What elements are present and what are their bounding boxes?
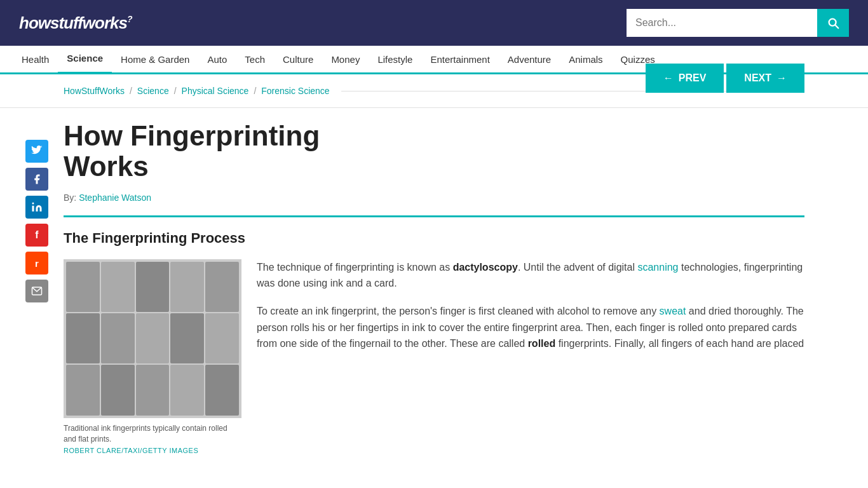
- nav-item-lifestyle[interactable]: Lifestyle: [369, 45, 421, 74]
- author-line: By: Stephanie Watson: [64, 193, 804, 203]
- link-scanning[interactable]: scanning: [637, 262, 678, 273]
- twitter-share-button[interactable]: [25, 140, 48, 163]
- article-image: [64, 259, 241, 418]
- breadcrumb-sep-3: /: [254, 86, 256, 96]
- nav-item-animals[interactable]: Animals: [560, 45, 611, 74]
- top-header: howstuffworks?: [0, 0, 868, 46]
- link-sweat[interactable]: sweat: [660, 306, 686, 316]
- breadcrumb-forensic-science[interactable]: Forensic Science: [261, 86, 329, 96]
- nav-item-entertainment[interactable]: Entertainment: [421, 45, 498, 74]
- author-link[interactable]: Stephanie Watson: [79, 193, 151, 203]
- breadcrumb-home[interactable]: HowStuffWorks: [64, 86, 125, 96]
- fp-cell: [170, 365, 204, 415]
- fp-cell: [170, 262, 204, 312]
- search-icon: [826, 16, 840, 30]
- bold-dactyloscopy: dactyloscopy: [453, 262, 518, 273]
- fp-cell: [66, 313, 100, 363]
- fp-cell: [170, 313, 204, 363]
- site-logo[interactable]: howstuffworks?: [19, 13, 132, 33]
- prev-next-row: ← PREV NEXT →: [646, 64, 804, 93]
- facebook-share-button[interactable]: [25, 168, 48, 191]
- nav-item-science[interactable]: Science: [58, 45, 112, 74]
- article-header: ← PREV NEXT → How Fingerprinting Works: [64, 121, 804, 182]
- fp-cell: [136, 262, 170, 312]
- fp-cell: [66, 262, 100, 312]
- fp-cell: [205, 262, 239, 312]
- article-main: ← PREV NEXT → How Fingerprinting Works B…: [64, 108, 804, 454]
- svg-point-0: [32, 203, 34, 205]
- breadcrumb-science[interactable]: Science: [137, 86, 169, 96]
- paragraph-2: To create an ink fingerprint, the person…: [257, 303, 804, 352]
- nav-item-adventure[interactable]: Adventure: [499, 45, 560, 74]
- fp-cell: [101, 365, 135, 415]
- content-wrapper: f r ← PREV NEXT → How Fingerprinting Wor…: [0, 108, 868, 454]
- next-arrow-icon: →: [776, 72, 787, 84]
- fp-cell: [136, 365, 170, 415]
- section-title: The Fingerprinting Process: [64, 230, 804, 247]
- author-prefix: By:: [64, 193, 76, 203]
- twitter-icon: [31, 146, 43, 157]
- paragraph-1: The technique of fingerprinting is known…: [257, 259, 804, 292]
- email-share-button[interactable]: [25, 280, 48, 302]
- fp-cell: [136, 313, 170, 363]
- section-divider: [64, 215, 804, 217]
- fingerprint-grid: [64, 259, 241, 418]
- article-title: How Fingerprinting Works: [64, 121, 381, 182]
- facebook-icon: [31, 173, 43, 185]
- email-icon: [31, 285, 43, 297]
- article-image-block: Traditional ink fingerprints typically c…: [64, 259, 241, 455]
- fp-cell: [101, 262, 135, 312]
- fp-cell: [205, 365, 239, 415]
- nav-item-auto[interactable]: Auto: [198, 45, 236, 74]
- image-caption: Traditional ink fingerprints typically c…: [64, 423, 241, 445]
- breadcrumb-physical-science[interactable]: Physical Science: [182, 86, 249, 96]
- article-text: The technique of fingerprinting is known…: [257, 259, 804, 455]
- nav-item-culture[interactable]: Culture: [274, 45, 322, 74]
- fp-cell: [101, 313, 135, 363]
- flipboard-share-button[interactable]: f: [25, 224, 48, 247]
- nav-item-tech[interactable]: Tech: [236, 45, 274, 74]
- breadcrumb-sep-2: /: [174, 86, 177, 96]
- prev-arrow-icon: ←: [663, 72, 674, 84]
- fp-cell: [66, 365, 100, 415]
- next-label: NEXT: [744, 72, 771, 84]
- social-sidebar: f r: [25, 140, 48, 302]
- next-button[interactable]: NEXT →: [726, 64, 804, 93]
- nav-item-health[interactable]: Health: [13, 45, 58, 74]
- linkedin-share-button[interactable]: [25, 196, 48, 219]
- prev-label: PREV: [679, 72, 707, 84]
- search-area: [627, 9, 849, 37]
- linkedin-icon: [31, 201, 43, 213]
- breadcrumb-sep-1: /: [130, 86, 132, 96]
- prev-button[interactable]: ← PREV: [646, 64, 724, 93]
- search-button[interactable]: [817, 9, 849, 37]
- search-input[interactable]: [627, 9, 817, 37]
- article-body: Traditional ink fingerprints typically c…: [64, 259, 804, 455]
- nav-item-money[interactable]: Money: [322, 45, 369, 74]
- fp-cell: [205, 313, 239, 363]
- image-credit: ROBERT CLARE/TAXI/GETTY IMAGES: [64, 447, 241, 454]
- bold-rolled: rolled: [528, 338, 556, 349]
- nav-item-home-garden[interactable]: Home & Garden: [112, 45, 198, 74]
- reddit-share-button[interactable]: r: [25, 252, 48, 274]
